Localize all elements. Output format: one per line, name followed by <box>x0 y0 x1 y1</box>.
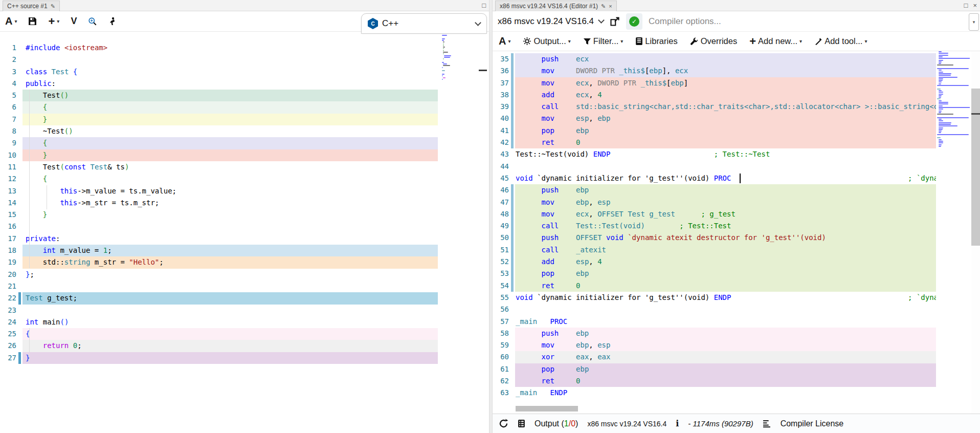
asm-line[interactable]: 50 push OFFSET void `dynamic atexit dest… <box>493 232 936 244</box>
code-line[interactable]: 17private: <box>0 233 489 245</box>
code-line[interactable]: 8 ~Test() <box>0 125 489 137</box>
filter-menu-button[interactable]: Filter... ▾ <box>583 36 623 46</box>
output-menu-button[interactable]: Output... ▾ <box>523 36 570 46</box>
asm-line[interactable]: 63_main ENDP <box>493 387 936 399</box>
code-line[interactable]: 20}; <box>0 269 489 280</box>
source-minimap[interactable] <box>441 35 462 96</box>
asm-line[interactable]: 45void `dynamic initializer for 'g_test'… <box>493 172 936 184</box>
maximize-pane-icon[interactable]: □ <box>482 2 486 9</box>
asm-line[interactable]: 51 call _atexit <box>493 244 936 256</box>
output-count[interactable]: Output (1/0) <box>534 419 578 428</box>
asm-line[interactable]: 58 push ebp <box>493 328 936 339</box>
code-line[interactable]: 11 Test(const Test& ts) <box>0 161 489 173</box>
add-pane-button[interactable]: + ▾ <box>48 15 59 28</box>
save-button[interactable] <box>28 17 37 26</box>
code-line[interactable]: 5 Test() <box>0 90 489 101</box>
zoom-search-button[interactable] <box>88 17 97 26</box>
pencil-icon[interactable]: ✎ <box>51 3 55 10</box>
refresh-icon[interactable] <box>499 419 508 428</box>
code-line[interactable]: 18 int m_value = 1; <box>0 245 489 256</box>
code-line[interactable]: 6 { <box>0 101 489 113</box>
asm-vertical-scrollbar[interactable] <box>971 51 980 414</box>
asm-line[interactable]: 41 pop ebp <box>493 125 936 137</box>
maximize-pane-icon[interactable]: □ <box>964 2 968 9</box>
add-tool-button[interactable]: Add tool... ▾ <box>814 36 867 46</box>
vim-toggle-button[interactable]: V <box>71 16 77 27</box>
asm-horizontal-scrollbar[interactable] <box>516 406 578 412</box>
code-line[interactable]: 22Test g_test; <box>0 292 489 304</box>
code-line[interactable]: 24int main() <box>0 316 489 328</box>
asm-line[interactable]: 57_main PROC <box>493 316 936 328</box>
font-size-button[interactable]: A ▾ <box>5 15 17 27</box>
tab-cpp-source[interactable]: C++ source #1 ✎ <box>3 1 60 11</box>
info-icon[interactable]: i <box>676 419 679 428</box>
code-line[interactable]: 26 return 0; <box>0 340 489 352</box>
code-line[interactable]: 2 <box>0 54 489 66</box>
output-log-icon[interactable] <box>518 419 525 428</box>
compiler-license-link[interactable]: Compiler License <box>781 419 844 428</box>
asm-line[interactable]: 55void `dynamic initializer for 'g_test'… <box>493 292 936 304</box>
asm-line[interactable]: 52 add esp, 4 <box>493 256 936 268</box>
asm-line[interactable]: 59 mov ebp, esp <box>493 339 936 351</box>
asm-line[interactable]: 44 <box>493 161 936 172</box>
asm-line[interactable]: 60 xor eax, eax <box>493 351 936 363</box>
libraries-button[interactable]: Libraries <box>635 36 677 46</box>
source-editor[interactable]: 1#include <iostream>23class Test {4publi… <box>0 32 489 433</box>
asm-line[interactable]: 61 pop ebp <box>493 363 936 375</box>
asm-line[interactable]: 43Test::~Test(void) ENDP ; Test::~Test <box>493 148 936 160</box>
share-link-icon[interactable] <box>610 16 620 27</box>
asm-editor[interactable]: 35 push ecx36 mov DWORD PTR _this$[ebp],… <box>493 51 936 406</box>
token: void <box>606 233 623 242</box>
code-line[interactable]: 16 <box>0 221 489 232</box>
code-line[interactable]: 19 std::string m_str = "Hello"; <box>0 256 489 268</box>
asm-minimap[interactable] <box>936 51 970 256</box>
asm-line[interactable]: 47 mov ebp, esp <box>493 197 936 208</box>
asm-line[interactable]: 48 mov ecx, OFFSET Test g_test ; g_test <box>493 208 936 220</box>
compiler-select[interactable]: x86 msvc v19.24 VS16.4 <box>498 16 604 27</box>
asm-line[interactable]: 36 mov DWORD PTR _this$[ebp], ecx <box>493 65 936 77</box>
code-line[interactable]: 25{ <box>0 328 489 340</box>
pointer-icon[interactable] <box>108 17 117 26</box>
code-line[interactable]: 12 { <box>0 173 489 185</box>
asm-line[interactable]: 38 add ecx, 4 <box>493 89 936 101</box>
font-size-button[interactable]: A ▾ <box>499 35 510 47</box>
asm-line[interactable]: 35 push ecx <box>493 53 936 65</box>
overrides-button[interactable]: Overrides <box>690 36 738 46</box>
asm-line[interactable]: 46 push ebp <box>493 184 936 196</box>
asm-line[interactable]: 53 pop ebp <box>493 268 936 279</box>
overview-ruler-marker <box>479 70 487 71</box>
code-line[interactable]: 27} <box>0 352 489 364</box>
code-line[interactable]: 13 this->m_value = ts.m_value; <box>0 185 489 197</box>
close-icon[interactable]: × <box>609 3 612 9</box>
asm-line[interactable]: 49 call Test::Test(void) ; Test::Test <box>493 220 936 232</box>
code-line[interactable]: 7 } <box>0 114 489 125</box>
minimap-line <box>443 77 446 78</box>
asm-line[interactable]: 42 ret 0 <box>493 137 936 148</box>
token: ebp <box>576 269 589 277</box>
pane-splitter[interactable] <box>489 0 493 433</box>
add-new-button[interactable]: + Add new... ▾ <box>749 35 802 48</box>
code-line[interactable]: 10 } <box>0 149 489 161</box>
asm-line[interactable]: 56 <box>493 304 936 315</box>
asm-line[interactable]: 40 mov esp, ebp <box>493 113 936 124</box>
asm-line[interactable]: 62 ret 0 <box>493 375 936 387</box>
close-pane-icon[interactable]: × <box>973 2 977 9</box>
code-line[interactable]: 9 { <box>0 137 489 149</box>
asm-line[interactable]: 39 call std::basic_string<char,std::char… <box>493 101 936 113</box>
code-line[interactable]: 1#include <iostream> <box>0 42 489 54</box>
tab-compiler[interactable]: x86 msvc v19.24 VS16.4 (Editor #1) ✎ × <box>495 1 617 11</box>
asm-line[interactable]: 54 ret 0 <box>493 280 936 292</box>
language-select[interactable]: C C++ <box>361 13 487 34</box>
scrollbar-thumb[interactable] <box>971 89 980 246</box>
code-line[interactable]: 23 <box>0 305 489 316</box>
sort-icon[interactable] <box>763 419 771 428</box>
compiler-options-input[interactable] <box>649 16 975 27</box>
code-line[interactable]: 14 this->m_str = ts.m_str; <box>0 197 489 209</box>
pencil-icon[interactable]: ✎ <box>601 3 606 10</box>
code-line[interactable]: 15 } <box>0 209 489 221</box>
asm-line[interactable]: 37 mov ecx, DWORD PTR _this$[ebp] <box>493 77 936 89</box>
code-line[interactable]: 3class Test { <box>0 66 489 78</box>
code-line[interactable]: 4public: <box>0 78 489 90</box>
code-line[interactable]: 21 <box>0 280 489 292</box>
options-dropdown-button[interactable]: ▾ <box>969 13 979 31</box>
